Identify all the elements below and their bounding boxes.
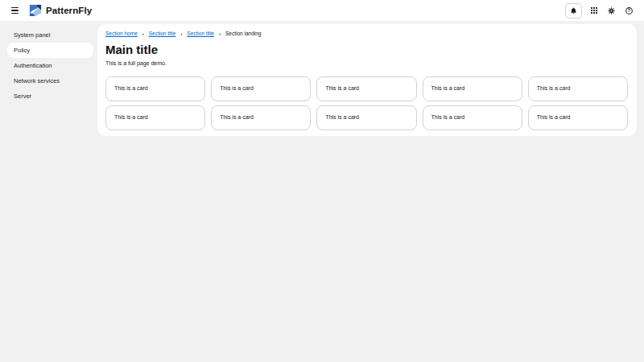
hamburger-icon xyxy=(11,7,19,8)
masthead-left: PatternFly xyxy=(10,4,92,17)
card[interactable]: This is a card xyxy=(105,76,205,101)
card-title: This is a card xyxy=(537,85,571,91)
breadcrumb: Section home›Section title›Section title… xyxy=(105,31,628,36)
card[interactable]: This is a card xyxy=(105,105,205,130)
brand-name: PatternFly xyxy=(46,6,92,15)
page-body: System panelPolicyAuthenticationNetwork … xyxy=(0,21,644,362)
card[interactable]: This is a card xyxy=(211,76,311,101)
card-title: This is a card xyxy=(220,85,254,91)
card-title: This is a card xyxy=(114,85,148,91)
masthead-toolbar: ? xyxy=(565,3,634,19)
page-title: Main title xyxy=(105,43,628,56)
card[interactable]: This is a card xyxy=(423,105,522,130)
brand-logo[interactable]: PatternFly xyxy=(29,4,92,17)
question-circle-icon: ? xyxy=(625,7,633,14)
gear-icon xyxy=(608,7,615,14)
masthead: PatternFly xyxy=(0,0,644,21)
settings-button[interactable] xyxy=(606,6,617,16)
sidebar-item-label: System panel xyxy=(14,31,50,39)
help-button[interactable]: ? xyxy=(624,6,634,16)
content-area: Section home›Section title›Section title… xyxy=(97,21,644,362)
sidebar-item-label: Server xyxy=(14,93,31,100)
card-title: This is a card xyxy=(537,114,571,120)
sidebar-item-label: Policy xyxy=(14,47,30,54)
sidebar-item-label: Network services xyxy=(14,77,60,84)
main-panel: Section home›Section title›Section title… xyxy=(97,24,637,136)
sidebar-item-server[interactable]: Server xyxy=(7,88,93,104)
nav-toggle-button[interactable] xyxy=(10,5,21,16)
chevron-right-icon: › xyxy=(142,31,145,36)
breadcrumb-current: Section landing xyxy=(225,31,261,36)
card-title: This is a card xyxy=(431,85,465,91)
grid-icon xyxy=(591,7,597,14)
card-title: This is a card xyxy=(325,114,359,120)
card[interactable]: This is a card xyxy=(528,105,628,130)
card[interactable]: This is a card xyxy=(211,105,311,130)
bell-icon xyxy=(570,7,577,14)
svg-text:?: ? xyxy=(628,8,630,13)
breadcrumb-link[interactable]: Section title xyxy=(187,31,214,36)
card-title: This is a card xyxy=(220,114,254,120)
chevron-right-icon: › xyxy=(180,31,183,36)
chevron-right-icon: › xyxy=(218,31,221,36)
card[interactable]: This is a card xyxy=(423,76,522,101)
card-title: This is a card xyxy=(325,85,359,91)
breadcrumb-link[interactable]: Section title xyxy=(149,31,176,36)
sidebar-item-policy[interactable]: Policy xyxy=(7,43,93,58)
card-title: This is a card xyxy=(114,114,148,120)
sidebar-nav: System panelPolicyAuthenticationNetwork … xyxy=(0,21,97,362)
patternfly-logo-icon xyxy=(29,4,42,17)
breadcrumb-link[interactable]: Section home xyxy=(105,31,138,36)
card-title: This is a card xyxy=(431,114,465,120)
sidebar-item-authentication[interactable]: Authentication xyxy=(7,58,93,73)
page-subtitle: This is a full page demo. xyxy=(105,60,628,66)
sidebar-item-system-panel[interactable]: System panel xyxy=(7,27,93,43)
sidebar-item-label: Authentication xyxy=(14,62,52,69)
app-launcher-button[interactable] xyxy=(589,6,599,15)
notifications-button[interactable] xyxy=(565,3,582,19)
card[interactable]: This is a card xyxy=(528,76,628,101)
card-grid: This is a cardThis is a cardThis is a ca… xyxy=(105,76,628,130)
card[interactable]: This is a card xyxy=(316,105,416,130)
card[interactable]: This is a card xyxy=(316,76,416,101)
sidebar-item-network-services[interactable]: Network services xyxy=(7,73,93,88)
